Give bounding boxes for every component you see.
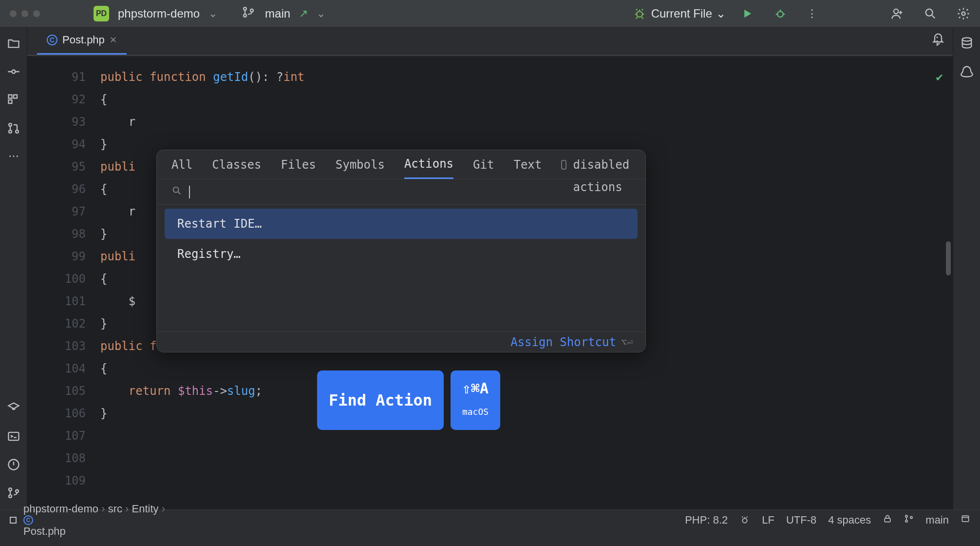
- branch-name[interactable]: main: [265, 7, 290, 20]
- svg-point-13: [9, 130, 12, 133]
- file-tab[interactable]: C Post.php ✕: [37, 27, 127, 55]
- tip-overlay: Find Action ⇧⌘A macOS: [317, 370, 500, 430]
- popup-result[interactable]: Restart IDE…: [165, 209, 638, 239]
- terminal-icon[interactable]: [7, 429, 20, 443]
- popup-tab-text[interactable]: Text: [513, 150, 542, 179]
- svg-rect-9: [8, 95, 12, 98]
- popup-tab-all[interactable]: All: [171, 150, 192, 179]
- tip-title: Find Action: [317, 370, 444, 430]
- search-icon: [171, 181, 182, 203]
- database-icon[interactable]: [960, 37, 974, 50]
- popup-tab-git[interactable]: Git: [473, 150, 494, 179]
- svg-point-26: [910, 516, 912, 518]
- titlebar: PD phpstorm-demo ⌄ main ↗ ⌄ Current File…: [0, 0, 980, 27]
- popup-tab-symbols[interactable]: Symbols: [336, 150, 385, 179]
- svg-point-3: [637, 11, 642, 17]
- bug-icon[interactable]: [633, 7, 646, 20]
- vcs-icon[interactable]: [7, 486, 20, 500]
- tool-window-toggle-icon[interactable]: [10, 517, 17, 524]
- php-class-icon: C: [47, 35, 57, 45]
- svg-point-19: [16, 490, 19, 493]
- popup-tab-files[interactable]: Files: [281, 150, 316, 179]
- run-config-label: Current File: [651, 7, 712, 20]
- svg-rect-15: [8, 432, 19, 440]
- listener-icon[interactable]: [739, 515, 750, 526]
- search-everywhere-popup: AllClassesFilesSymbolsActionsGitText Inc…: [156, 150, 646, 352]
- window-controls[interactable]: [10, 10, 40, 17]
- add-user-icon[interactable]: [890, 7, 904, 20]
- svg-point-5: [894, 9, 898, 13]
- tip-shortcut-keys: ⇧⌘A: [462, 377, 489, 400]
- branch-icon[interactable]: [242, 5, 255, 22]
- max-dot[interactable]: [33, 10, 40, 17]
- status-branch-name[interactable]: main: [925, 514, 949, 526]
- services-icon[interactable]: [7, 401, 20, 415]
- shortcut-hint: ⌥⏎: [621, 331, 633, 353]
- svg-point-12: [9, 123, 12, 126]
- close-icon[interactable]: ✕: [110, 35, 117, 45]
- popup-result[interactable]: Registry…: [165, 239, 638, 269]
- structure-icon[interactable]: [7, 93, 20, 107]
- code-editor[interactable]: 9192939495969798991001011021031041051061…: [27, 56, 953, 509]
- branch-icon[interactable]: [904, 514, 914, 526]
- inspection-ok-icon[interactable]: ✔: [936, 66, 943, 88]
- run-config-selector[interactable]: Current File⌄: [651, 7, 726, 20]
- svg-point-22: [743, 518, 747, 523]
- arrow-out-icon[interactable]: ↗: [299, 7, 308, 20]
- line-separator[interactable]: LF: [762, 514, 774, 526]
- file-tab-label: Post.php: [62, 34, 105, 46]
- encoding[interactable]: UTF-8: [786, 514, 816, 526]
- more-icon[interactable]: ⋮: [807, 7, 817, 20]
- pull-request-icon[interactable]: [7, 121, 20, 135]
- min-dot[interactable]: [21, 10, 28, 17]
- popup-results: Restart IDE…Registry…: [157, 205, 645, 332]
- svg-point-7: [962, 12, 965, 15]
- gutter: 9192939495969798991001011021031041051061…: [27, 56, 100, 509]
- assign-shortcut-link[interactable]: Assign Shortcut: [510, 331, 616, 353]
- editor-tabs: C Post.php ✕ ⋮: [27, 27, 953, 56]
- debug-icon[interactable]: [773, 7, 787, 20]
- search-icon[interactable]: [923, 7, 937, 20]
- svg-rect-11: [8, 100, 12, 103]
- popup-tab-actions[interactable]: Actions: [404, 150, 453, 179]
- right-tool-rail: [953, 27, 980, 509]
- popup-footer: Assign Shortcut ⌥⏎: [157, 332, 645, 352]
- popup-tab-classes[interactable]: Classes: [212, 150, 261, 179]
- run-icon[interactable]: [740, 7, 754, 20]
- svg-point-14: [16, 130, 19, 133]
- tip-shortcut-os: macOS: [462, 401, 489, 423]
- ai-assistant-icon[interactable]: [960, 65, 974, 78]
- svg-point-24: [905, 515, 907, 517]
- crumb-item[interactable]: Post.php: [23, 525, 66, 537]
- close-dot[interactable]: [10, 10, 17, 17]
- lock-icon[interactable]: [883, 514, 892, 526]
- chevron-down-icon[interactable]: ⌄: [317, 7, 325, 20]
- svg-point-4: [777, 11, 783, 17]
- project-icon[interactable]: [7, 37, 20, 50]
- svg-point-6: [926, 9, 933, 16]
- svg-point-8: [12, 70, 15, 74]
- svg-rect-23: [885, 518, 890, 522]
- chevron-down-icon: ⌄: [716, 7, 726, 20]
- popup-tabs: AllClassesFilesSymbolsActionsGitText Inc…: [157, 150, 645, 179]
- popup-search-input[interactable]: [190, 186, 631, 198]
- project-badge: PD: [94, 6, 109, 21]
- tip-shortcut: ⇧⌘A macOS: [451, 370, 500, 430]
- project-name[interactable]: phpstorm-demo: [118, 7, 200, 20]
- commit-icon[interactable]: [7, 65, 20, 78]
- more-tools-icon[interactable]: ⋯: [8, 150, 19, 162]
- indent[interactable]: 4 spaces: [828, 514, 871, 526]
- problems-icon[interactable]: [7, 458, 20, 471]
- layout-icon[interactable]: [961, 514, 970, 526]
- include-disabled-checkbox[interactable]: [561, 160, 566, 170]
- php-class-icon: C: [23, 515, 33, 525]
- svg-point-21: [962, 38, 971, 41]
- svg-point-18: [9, 495, 12, 498]
- gear-icon[interactable]: [957, 7, 970, 20]
- scrollbar-thumb[interactable]: [946, 241, 951, 275]
- notifications-icon[interactable]: [931, 32, 945, 48]
- chevron-down-icon[interactable]: ⌄: [208, 7, 217, 20]
- editor-area: C Post.php ✕ ⋮ 9192939495969798991001011…: [27, 27, 953, 509]
- svg-point-17: [9, 488, 12, 491]
- php-version[interactable]: PHP: 8.2: [685, 514, 728, 526]
